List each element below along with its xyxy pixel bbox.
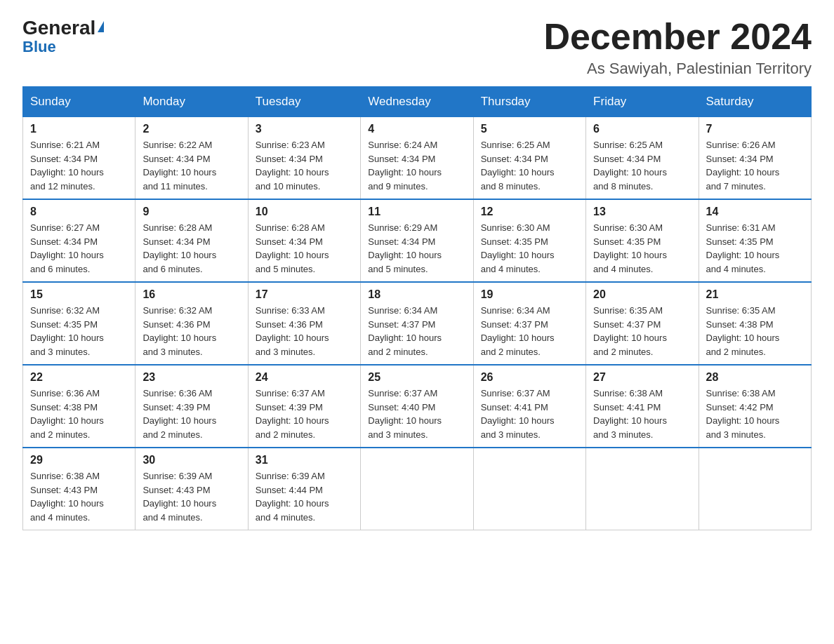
week-row-3: 15Sunrise: 6:32 AMSunset: 4:35 PMDayligh… xyxy=(23,282,812,365)
calendar-cell: 5Sunrise: 6:25 AMSunset: 4:34 PMDaylight… xyxy=(473,116,585,199)
day-info: Sunrise: 6:21 AMSunset: 4:34 PMDaylight:… xyxy=(30,138,128,193)
title-area: December 2024 As Sawiyah, Palestinian Te… xyxy=(543,17,812,78)
calendar-cell: 1Sunrise: 6:21 AMSunset: 4:34 PMDaylight… xyxy=(23,116,135,199)
day-number: 3 xyxy=(256,123,353,135)
day-info: Sunrise: 6:34 AMSunset: 4:37 PMDaylight:… xyxy=(368,304,465,358)
day-number: 21 xyxy=(706,288,804,301)
calendar-cell: 4Sunrise: 6:24 AMSunset: 4:34 PMDaylight… xyxy=(361,116,473,199)
day-number: 8 xyxy=(30,206,128,218)
calendar-cell: 15Sunrise: 6:32 AMSunset: 4:35 PMDayligh… xyxy=(23,282,135,365)
day-info: Sunrise: 6:33 AMSunset: 4:36 PMDaylight:… xyxy=(256,304,353,358)
day-number: 23 xyxy=(143,371,240,384)
calendar-cell: 29Sunrise: 6:38 AMSunset: 4:43 PMDayligh… xyxy=(23,448,135,530)
day-info: Sunrise: 6:32 AMSunset: 4:35 PMDaylight:… xyxy=(30,304,128,358)
calendar-cell: 24Sunrise: 6:37 AMSunset: 4:39 PMDayligh… xyxy=(248,365,360,448)
calendar-cell: 21Sunrise: 6:35 AMSunset: 4:38 PMDayligh… xyxy=(699,282,811,365)
day-number: 26 xyxy=(481,371,578,384)
calendar-cell: 9Sunrise: 6:28 AMSunset: 4:34 PMDaylight… xyxy=(135,199,248,282)
calendar-cell: 10Sunrise: 6:28 AMSunset: 4:34 PMDayligh… xyxy=(248,199,360,282)
th-sunday: Sunday xyxy=(23,87,135,116)
day-info: Sunrise: 6:30 AMSunset: 4:35 PMDaylight:… xyxy=(593,221,691,276)
day-info: Sunrise: 6:23 AMSunset: 4:34 PMDaylight:… xyxy=(256,138,353,193)
th-thursday: Thursday xyxy=(473,87,585,116)
day-info: Sunrise: 6:28 AMSunset: 4:34 PMDaylight:… xyxy=(256,221,353,276)
day-number: 31 xyxy=(256,454,353,467)
calendar-cell: 30Sunrise: 6:39 AMSunset: 4:43 PMDayligh… xyxy=(135,448,248,530)
day-info: Sunrise: 6:29 AMSunset: 4:34 PMDaylight:… xyxy=(368,221,465,276)
day-info: Sunrise: 6:37 AMSunset: 4:41 PMDaylight:… xyxy=(481,387,578,441)
day-info: Sunrise: 6:31 AMSunset: 4:35 PMDaylight:… xyxy=(706,221,804,276)
week-row-4: 22Sunrise: 6:36 AMSunset: 4:38 PMDayligh… xyxy=(23,365,812,448)
day-number: 30 xyxy=(143,454,240,467)
day-number: 22 xyxy=(30,371,128,384)
day-number: 1 xyxy=(30,123,128,135)
calendar-cell: 23Sunrise: 6:36 AMSunset: 4:39 PMDayligh… xyxy=(135,365,248,448)
week-row-1: 1Sunrise: 6:21 AMSunset: 4:34 PMDaylight… xyxy=(23,116,812,199)
day-info: Sunrise: 6:24 AMSunset: 4:34 PMDaylight:… xyxy=(368,138,465,193)
calendar-cell: 6Sunrise: 6:25 AMSunset: 4:34 PMDaylight… xyxy=(586,116,699,199)
day-info: Sunrise: 6:25 AMSunset: 4:34 PMDaylight:… xyxy=(481,138,578,193)
calendar-cell: 8Sunrise: 6:27 AMSunset: 4:34 PMDaylight… xyxy=(23,199,135,282)
calendar-cell: 28Sunrise: 6:38 AMSunset: 4:42 PMDayligh… xyxy=(699,365,811,448)
th-monday: Monday xyxy=(135,87,248,116)
day-number: 12 xyxy=(481,206,578,218)
week-row-5: 29Sunrise: 6:38 AMSunset: 4:43 PMDayligh… xyxy=(23,448,812,530)
day-number: 24 xyxy=(256,371,353,384)
day-number: 14 xyxy=(706,206,804,218)
page-header: General Blue December 2024 As Sawiyah, P… xyxy=(22,17,812,78)
day-info: Sunrise: 6:32 AMSunset: 4:36 PMDaylight:… xyxy=(143,304,240,358)
day-number: 25 xyxy=(368,371,465,384)
day-number: 20 xyxy=(593,288,691,301)
day-number: 7 xyxy=(706,123,804,135)
calendar-cell: 11Sunrise: 6:29 AMSunset: 4:34 PMDayligh… xyxy=(361,199,473,282)
day-info: Sunrise: 6:26 AMSunset: 4:34 PMDaylight:… xyxy=(706,138,804,193)
day-info: Sunrise: 6:37 AMSunset: 4:40 PMDaylight:… xyxy=(368,387,465,441)
logo-blue-text: Blue xyxy=(22,38,56,56)
weekday-header-row: Sunday Monday Tuesday Wednesday Thursday… xyxy=(23,87,812,116)
day-info: Sunrise: 6:39 AMSunset: 4:43 PMDaylight:… xyxy=(143,469,240,524)
logo-area: General Blue xyxy=(22,17,105,56)
calendar-cell: 13Sunrise: 6:30 AMSunset: 4:35 PMDayligh… xyxy=(586,199,699,282)
day-number: 5 xyxy=(481,123,578,135)
day-info: Sunrise: 6:27 AMSunset: 4:34 PMDaylight:… xyxy=(30,221,128,276)
logo-triangle-icon xyxy=(98,21,104,32)
day-number: 29 xyxy=(30,454,128,467)
day-number: 28 xyxy=(706,371,804,384)
calendar-cell: 31Sunrise: 6:39 AMSunset: 4:44 PMDayligh… xyxy=(248,448,360,530)
calendar-cell: 27Sunrise: 6:38 AMSunset: 4:41 PMDayligh… xyxy=(586,365,699,448)
day-info: Sunrise: 6:22 AMSunset: 4:34 PMDaylight:… xyxy=(143,138,240,193)
calendar-cell: 18Sunrise: 6:34 AMSunset: 4:37 PMDayligh… xyxy=(361,282,473,365)
calendar-cell xyxy=(586,448,699,530)
month-title: December 2024 xyxy=(543,17,812,57)
th-saturday: Saturday xyxy=(699,87,811,116)
day-info: Sunrise: 6:39 AMSunset: 4:44 PMDaylight:… xyxy=(256,469,353,524)
calendar-cell: 3Sunrise: 6:23 AMSunset: 4:34 PMDaylight… xyxy=(248,116,360,199)
day-info: Sunrise: 6:36 AMSunset: 4:39 PMDaylight:… xyxy=(143,387,240,441)
day-number: 15 xyxy=(30,288,128,301)
location-title: As Sawiyah, Palestinian Territory xyxy=(543,60,812,78)
calendar-cell xyxy=(473,448,585,530)
day-number: 17 xyxy=(256,288,353,301)
calendar-cell: 25Sunrise: 6:37 AMSunset: 4:40 PMDayligh… xyxy=(361,365,473,448)
day-info: Sunrise: 6:34 AMSunset: 4:37 PMDaylight:… xyxy=(481,304,578,358)
calendar-cell: 12Sunrise: 6:30 AMSunset: 4:35 PMDayligh… xyxy=(473,199,585,282)
day-number: 4 xyxy=(368,123,465,135)
calendar-cell: 20Sunrise: 6:35 AMSunset: 4:37 PMDayligh… xyxy=(586,282,699,365)
day-info: Sunrise: 6:30 AMSunset: 4:35 PMDaylight:… xyxy=(481,221,578,276)
day-info: Sunrise: 6:38 AMSunset: 4:41 PMDaylight:… xyxy=(593,387,691,441)
day-number: 6 xyxy=(593,123,691,135)
th-friday: Friday xyxy=(586,87,699,116)
calendar-cell: 7Sunrise: 6:26 AMSunset: 4:34 PMDaylight… xyxy=(699,116,811,199)
day-info: Sunrise: 6:28 AMSunset: 4:34 PMDaylight:… xyxy=(143,221,240,276)
calendar-table: Sunday Monday Tuesday Wednesday Thursday… xyxy=(22,86,812,530)
day-info: Sunrise: 6:35 AMSunset: 4:37 PMDaylight:… xyxy=(593,304,691,358)
day-number: 18 xyxy=(368,288,465,301)
day-info: Sunrise: 6:38 AMSunset: 4:42 PMDaylight:… xyxy=(706,387,804,441)
calendar-cell: 2Sunrise: 6:22 AMSunset: 4:34 PMDaylight… xyxy=(135,116,248,199)
logo-general-text: General xyxy=(22,17,95,39)
day-number: 9 xyxy=(143,206,240,218)
th-wednesday: Wednesday xyxy=(361,87,473,116)
week-row-2: 8Sunrise: 6:27 AMSunset: 4:34 PMDaylight… xyxy=(23,199,812,282)
day-number: 19 xyxy=(481,288,578,301)
calendar-cell xyxy=(361,448,473,530)
